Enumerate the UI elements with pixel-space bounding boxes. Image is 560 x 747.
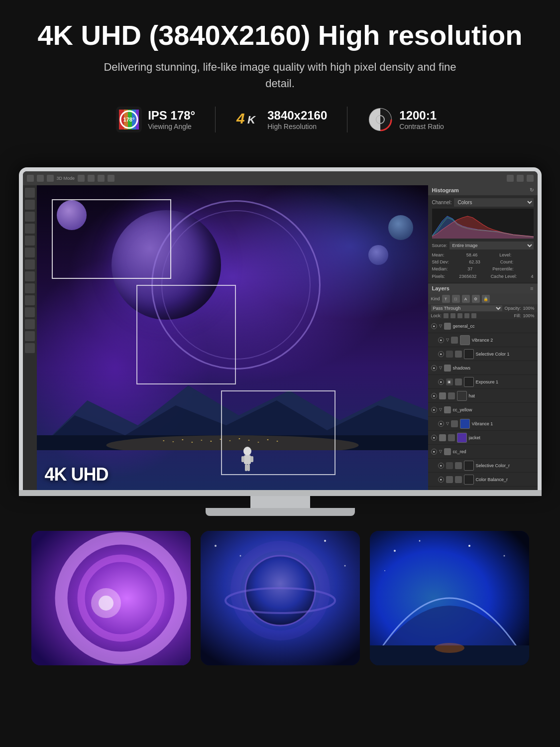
channel-label: Channel: [432,200,452,205]
svg-point-49 [215,545,217,547]
tool-crop[interactable] [25,236,35,246]
layer-eye-selective1[interactable]: ● [438,351,444,357]
lock-icon-2[interactable] [450,313,455,318]
layer-name-selective1: Selective Color 1 [476,352,510,357]
svg-point-60 [435,643,464,653]
lock-icon-4[interactable] [464,313,469,318]
bottom-section [0,516,560,685]
layer-item-exposure1[interactable]: ● ▣ Exposure 1 [428,375,538,389]
layer-name-cc-red: cc_red [453,449,466,454]
tool-gradient[interactable] [25,295,35,305]
mean-label: Mean: [432,251,445,258]
layer-item-selective-r[interactable]: ● Selective Color_r [428,459,538,473]
svg-point-50 [239,555,241,556]
layer-eye-vibrance1[interactable]: ● [438,421,444,427]
tool-clone[interactable] [25,271,35,281]
layer-item-vibrance1[interactable]: ● ▽ Vibrance 1 [428,417,538,431]
histogram-refresh[interactable]: ↻ [530,187,534,193]
layer-eye-colorbalance-r[interactable]: ● [438,477,444,483]
layer-item-general-cc[interactable]: ● ▽ general_cc [428,319,538,333]
layer-collapse-cc-red[interactable]: ▽ [439,449,442,454]
layer-eye-vibrance2[interactable]: ● [438,337,444,343]
layers-btn-5[interactable]: 🔒 [482,295,490,303]
layer-item-selective1[interactable]: ● Selective Color 1 [428,347,538,361]
layer-collapse-vibrance1[interactable]: ▽ [446,421,449,426]
layer-item-cc-red[interactable]: ● ▽ cc_red [428,445,538,459]
svg-rect-23 [210,441,212,442]
channel-select[interactable]: Colors [454,198,534,207]
layer-folder-shadows [444,365,451,372]
layers-btn-2[interactable]: □ [452,295,460,303]
median-label: Median: [432,265,448,272]
fill-value: 100% [523,313,534,318]
stat-row-mean: Mean: 58.46 Level: [432,251,534,258]
layer-item-hat[interactable]: ● hat [428,389,538,403]
tool-move[interactable] [25,188,35,198]
layers-btn-1[interactable]: T [442,295,450,303]
monitor-stand-base [206,508,355,516]
tool-lasso[interactable] [25,212,35,222]
tool-type[interactable] [25,343,35,353]
median-value: 37 [467,265,472,272]
contrast-icon [367,107,393,132]
lock-icon-3[interactable] [457,313,462,318]
layer-item-colorbalance-r[interactable]: ● Color Balance_r [428,473,538,487]
layer-item-shadows[interactable]: ● ▽ shadows [428,361,538,375]
layer-lock-selective1 [455,351,462,358]
tool-dodge[interactable] [25,319,35,329]
layer-lock-jacket [448,434,455,441]
layer-item-vibrance2[interactable]: ● ▽ Vibrance 2 [428,333,538,347]
tool-eyedropper[interactable] [25,248,35,257]
ps-toolbar: 3D Mode [23,171,538,185]
layer-eye-jacket[interactable]: ● [431,435,437,441]
layer-eye-hat[interactable]: ● [431,393,437,399]
tool-brush[interactable] [25,259,35,269]
tool-select[interactable] [25,200,35,210]
layers-list: ● ▽ general_cc ● ▽ Vibra [428,319,538,490]
tool-blur[interactable] [25,307,35,317]
spec-contrast-value: 1200:1 [399,109,444,123]
tool-eraser[interactable] [25,283,35,293]
layer-collapse-cc-yellow[interactable]: ▽ [439,407,442,412]
layer-eye-cc-yellow[interactable]: ● [431,407,437,413]
stat-row-stddev: Std Dev: 62.33 Count: [432,258,534,265]
toolbar-icon-right-1 [507,175,514,182]
layer-collapse-shadows[interactable]: ▽ [439,366,442,370]
svg-rect-21 [191,442,193,443]
source-select[interactable]: Entire Image [449,242,534,249]
layer-name-selective-r: Selective Color_r [476,463,510,468]
layer-icon-colorbalance-r [446,476,453,483]
planet-small-2 [368,245,388,265]
lock-row: Lock: Fill: 100% [428,312,538,319]
layer-eye-cc-red[interactable]: ● [431,449,437,455]
ps-right-panels: Histogram ↻ Channel: Colors [428,185,538,490]
layer-folder-hat [439,392,446,399]
blend-mode-select[interactable]: Pass Through [431,305,503,311]
layer-item-jacket[interactable]: ● jacket [428,431,538,445]
monitor-wrapper: 3D Mode [19,167,542,516]
layers-btn-4[interactable]: ⚙ [472,295,480,303]
tool-magic[interactable] [25,224,35,234]
layer-thumb-exposure1 [464,377,474,387]
layer-icon-selective-r [446,462,453,469]
layer-collapse-vibrance2[interactable]: ▽ [446,338,449,342]
layer-eye-exposure1[interactable]: ● [438,379,444,385]
toolbar-icon-right-2 [517,175,524,182]
layer-collapse[interactable]: ▽ [439,324,442,328]
lock-icon-1[interactable] [444,313,448,318]
toolbar-3d-mode: 3D Mode [57,176,75,181]
layer-eye-shadows[interactable]: ● [431,365,437,371]
layers-menu[interactable]: ≡ [530,285,533,291]
pixels-value: 2365632 [459,273,476,280]
layer-item-cc-yellow[interactable]: ● ▽ cc_yellow [428,403,538,417]
layer-lock-selective-r [455,462,462,469]
histogram-panel-header: Histogram ↻ [428,185,538,195]
layer-eye-selective-r[interactable]: ● [438,463,444,469]
lock-icon-5[interactable] [471,313,476,318]
layer-eye-general-cc[interactable]: ● [431,323,437,329]
percentile-label: Percentile: [492,265,514,272]
layers-panel-header: Layers ≡ [428,283,538,293]
source-row: Source: Entire Image [432,242,534,249]
tool-pen[interactable] [25,331,35,341]
layers-btn-3[interactable]: A [462,295,470,303]
